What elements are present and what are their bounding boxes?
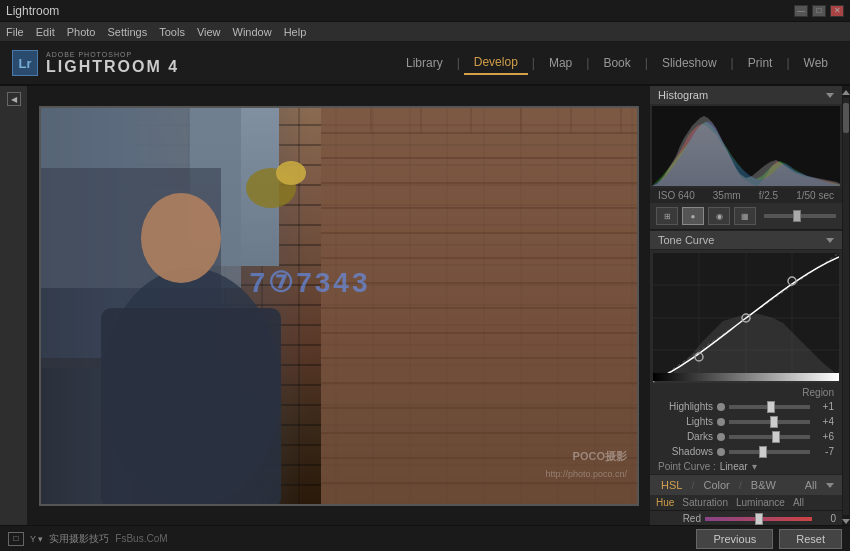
nav-sep-5: | [731,56,734,70]
tab-print[interactable]: Print [738,52,783,74]
all-tab[interactable]: All [802,478,820,492]
tab-map[interactable]: Map [539,52,582,74]
highlights-thumb[interactable] [767,401,775,413]
photo-svg [41,108,637,504]
tools-slider-thumb[interactable] [793,210,801,222]
shadows-track[interactable] [729,450,810,454]
tool-spot[interactable]: ● [682,207,704,225]
header: Lr ADOBE PHOTOSHOP LIGHTROOM 4 Library |… [0,42,850,86]
tab-library[interactable]: Library [396,52,453,74]
hsl-subtabs: Hue Saturation Luminance All [650,495,842,511]
tab-book[interactable]: Book [593,52,640,74]
menu-tools[interactable]: Tools [159,26,185,38]
view-mode-button[interactable]: □ [8,532,24,546]
shadows-value: -7 [814,446,834,457]
menubar: File Edit Photo Settings Tools View Wind… [0,22,850,42]
tone-curve-collapse-icon [826,238,834,243]
all-subtab[interactable]: All [793,497,804,508]
photo-area: 7⑦7343 POCO摄影 http://photo.poco.cn/ [28,86,650,525]
saturation-subtab[interactable]: Saturation [682,497,728,508]
red-thumb[interactable] [755,513,763,525]
menu-help[interactable]: Help [284,26,307,38]
darks-row: Darks +6 [650,429,842,444]
point-curve-label: Point Curve : [658,461,716,472]
menu-edit[interactable]: Edit [36,26,55,38]
darks-dot [717,433,725,441]
tab-develop[interactable]: Develop [464,51,528,75]
hue-subtab[interactable]: Hue [656,497,674,508]
hsl-collapse-icon [826,483,834,488]
view-label: Y ▾ [30,534,43,544]
titlebar-title: Lightroom [6,4,59,18]
restore-button[interactable]: □ [812,5,826,17]
highlights-dot [717,403,725,411]
hsl-header: HSL / Color / B&W All [650,474,842,495]
red-hsl-row: Red 0 [650,511,842,525]
right-panel-wrapper: Histogram [650,86,850,525]
menu-file[interactable]: File [6,26,24,38]
iso-label: ISO 640 [658,190,695,201]
bottom-watermark1: 实用摄影技巧 [49,532,109,546]
tone-curve-header[interactable]: Tone Curve [650,230,842,250]
app-name: LIGHTROOM 4 [46,58,179,76]
menu-view[interactable]: View [197,26,221,38]
lights-thumb[interactable] [770,416,778,428]
tab-web[interactable]: Web [794,52,838,74]
point-curve-chevron[interactable]: ▾ [752,461,757,472]
watermark-poco: POCO摄影 [573,449,627,464]
histogram-header[interactable]: Histogram [650,86,842,104]
darks-track[interactable] [729,435,810,439]
bottom-watermark2: FsBus.CoM [115,533,167,544]
bw-tab[interactable]: B&W [748,478,779,492]
point-curve-row: Point Curve : Linear ▾ [650,459,842,474]
nav-sep-6: | [786,56,789,70]
shadows-dot [717,448,725,456]
lights-dot [717,418,725,426]
tab-slideshow[interactable]: Slideshow [652,52,727,74]
right-scrollbar [842,86,850,525]
shadows-label: Shadows [658,446,713,457]
tool-crop[interactable]: ⊞ [656,207,678,225]
shadows-thumb[interactable] [759,446,767,458]
hsl-tab[interactable]: HSL [658,478,685,492]
highlights-track[interactable] [729,405,810,409]
reset-button[interactable]: Reset [779,529,842,549]
left-panel-toggle[interactable]: ◀ [7,92,21,106]
luminance-subtab[interactable]: Luminance [736,497,785,508]
menu-window[interactable]: Window [233,26,272,38]
red-label: Red [656,513,701,524]
tone-curve-area [653,253,839,383]
logo-area: Lr ADOBE PHOTOSHOP LIGHTROOM 4 [12,50,179,76]
watermark-blue: 7⑦7343 [250,266,371,299]
tool-redeye[interactable]: ◉ [708,207,730,225]
darks-thumb[interactable] [772,431,780,443]
minimize-button[interactable]: — [794,5,808,17]
close-button[interactable]: ✕ [830,5,844,17]
nav-tabs: Library | Develop | Map | Book | Slidesh… [396,51,838,75]
nav-sep-3: | [586,56,589,70]
lights-row: Lights +4 [650,414,842,429]
color-tab[interactable]: Color [700,478,732,492]
red-track[interactable] [705,517,812,521]
tool-gradient[interactable]: ▦ [734,207,756,225]
red-value: 0 [816,513,836,524]
menu-settings[interactable]: Settings [107,26,147,38]
titlebar-controls: — □ ✕ [794,5,844,17]
lights-track[interactable] [729,420,810,424]
menu-photo[interactable]: Photo [67,26,96,38]
highlights-row: Highlights +1 [650,399,842,414]
scroll-up-arrow[interactable] [843,88,849,96]
aperture-label: f/2.5 [759,190,778,201]
nav-sep-4: | [645,56,648,70]
watermark-url: http://photo.poco.cn/ [545,469,627,479]
region-label: Region [650,386,842,399]
scroll-track[interactable] [843,98,849,515]
scroll-down-arrow[interactable] [843,517,849,525]
scroll-down-icon [842,519,850,524]
app-subtitle: ADOBE PHOTOSHOP [46,51,179,58]
point-curve-value: Linear [720,461,748,472]
darks-label: Darks [658,431,713,442]
previous-button[interactable]: Previous [696,529,773,549]
scroll-thumb[interactable] [843,103,849,133]
tools-slider[interactable] [764,214,836,218]
